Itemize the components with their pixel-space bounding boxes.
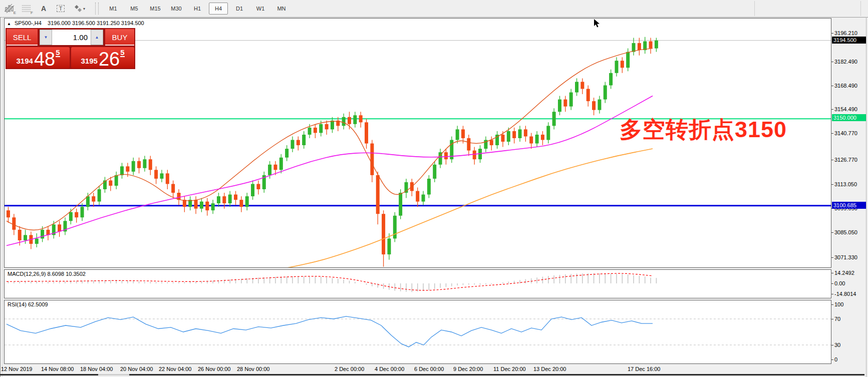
volume-decrease-button[interactable]: ▼ xyxy=(40,30,52,45)
time-axis-label: 11 Dec 20:00 xyxy=(493,366,526,372)
h-scrollbar-track[interactable] xyxy=(98,374,129,375)
price-axis-label: 3085.050 xyxy=(834,229,857,235)
rsi-line xyxy=(7,316,653,347)
time-axis-label: 9 Dec 20:00 xyxy=(453,366,483,372)
toolbar: E F A T ▾ M1M5M15M30H1H4D1W1MN xyxy=(0,0,868,18)
candle-body xyxy=(92,196,95,202)
main-chart-pane[interactable]: ▲ SP500-,H4 3196.000 3196.500 3191.250 3… xyxy=(4,18,831,268)
candle-body xyxy=(615,61,618,73)
candle-body xyxy=(217,196,220,203)
text-box-letter: T xyxy=(57,5,65,12)
candle-body xyxy=(604,85,607,99)
axis-tick xyxy=(831,184,833,185)
macd-pane[interactable]: MACD(12,26,9) 8.6098 10.3502 xyxy=(4,269,831,298)
chart-annotation-text: 多空转折点3150 xyxy=(620,115,787,145)
candle-body xyxy=(353,115,357,124)
candle-body xyxy=(143,159,146,168)
candle-body xyxy=(137,161,141,168)
timeframe-button-H4[interactable]: H4 xyxy=(209,3,228,15)
expert-advisors-icon[interactable]: E xyxy=(2,2,17,15)
price-tag: 3100.685 xyxy=(832,202,866,209)
price-axis-label: 3126.770 xyxy=(834,157,857,163)
candle-body xyxy=(279,158,283,170)
window-left-border xyxy=(0,17,1,377)
buy-price-tile[interactable]: 3195 26 5 xyxy=(71,47,134,68)
buy-button[interactable]: BUY xyxy=(105,29,134,46)
price-tag: 3194.500 xyxy=(832,37,866,44)
axis-tick xyxy=(831,133,833,134)
candle-body xyxy=(387,238,391,254)
timeframe-button-H1[interactable]: H1 xyxy=(188,3,207,15)
candle-body xyxy=(222,196,226,203)
sell-price-tile[interactable]: 3194 48 5 xyxy=(7,47,70,68)
candle-body xyxy=(649,42,653,49)
timeframe-button-MN[interactable]: MN xyxy=(272,3,291,15)
timeframe-group: M1M5M15M30H1H4D1W1MN xyxy=(103,3,292,15)
axis-tick xyxy=(831,33,833,34)
slow-ma-line xyxy=(275,149,653,267)
candle-body xyxy=(621,61,624,68)
h-scrollbar-thumb[interactable] xyxy=(129,374,864,375)
candle-body xyxy=(239,200,243,207)
time-axis-label: 12 Nov 2019 xyxy=(1,366,32,372)
candle-body xyxy=(211,203,215,210)
candle-body xyxy=(325,124,329,130)
candle-body xyxy=(200,202,203,209)
macd-axis-label: 14.2492 xyxy=(834,270,854,276)
timeframe-button-W1[interactable]: W1 xyxy=(251,3,270,15)
axis-tick xyxy=(831,160,833,160)
price-axis-label: 3154.490 xyxy=(834,106,857,112)
candle-body xyxy=(427,179,431,195)
axis-tick xyxy=(831,294,833,294)
candle-body xyxy=(268,165,271,175)
candle-body xyxy=(205,202,209,211)
timeframe-button-M30[interactable]: M30 xyxy=(167,3,186,15)
candle-body xyxy=(467,138,470,151)
axis-tick xyxy=(831,232,833,233)
sell-price-pips: 48 xyxy=(34,51,55,67)
candle-body xyxy=(120,166,124,175)
candle-body xyxy=(393,216,397,239)
candle-body xyxy=(302,135,306,145)
volume-input[interactable] xyxy=(52,30,91,45)
price-axis-label: 3071.330 xyxy=(834,254,857,260)
timeframe-button-D1[interactable]: D1 xyxy=(230,3,249,15)
rsi-axis-label: 100 xyxy=(834,301,843,307)
candle-body xyxy=(655,41,658,49)
toolbar-divider xyxy=(860,1,861,16)
timeframe-button-M5[interactable]: M5 xyxy=(125,3,144,15)
candle-body xyxy=(609,73,613,86)
candle-body xyxy=(75,212,78,218)
rsi-pane[interactable]: RSI(14) 62.5009 xyxy=(4,300,831,364)
sell-price-fraction: 5 xyxy=(56,49,60,57)
candle-body xyxy=(41,230,44,239)
collapse-arrow-icon[interactable]: ▲ xyxy=(7,22,11,26)
timeframe-button-M15[interactable]: M15 xyxy=(146,3,165,15)
time-axis-label: 14 Nov 08:00 xyxy=(41,366,74,372)
candle-body xyxy=(115,175,118,186)
h-scrollbar[interactable] xyxy=(0,374,98,375)
candle-body xyxy=(245,196,249,207)
candle-body xyxy=(194,200,198,209)
rsi-axis-label: 70 xyxy=(834,316,840,322)
macd-axis-label: -14.8014 xyxy=(834,291,856,297)
macd-indicator-label: MACD(12,26,9) 8.6098 10.3502 xyxy=(8,271,86,277)
sell-button[interactable]: SELL xyxy=(7,29,38,46)
candle-body xyxy=(444,152,448,159)
timeframe-button-M1[interactable]: M1 xyxy=(104,3,123,15)
candle-body xyxy=(552,112,556,126)
candle-body xyxy=(149,159,152,170)
price-tag: 3150.000 xyxy=(832,114,866,121)
axis-tick xyxy=(831,345,833,345)
candle-body xyxy=(160,173,163,179)
candle-body xyxy=(35,238,39,244)
data-grid-icon[interactable]: F xyxy=(19,2,34,15)
candle-body xyxy=(587,89,590,101)
text-label-icon[interactable]: A xyxy=(36,2,51,15)
candle-body xyxy=(382,214,385,254)
volume-increase-button[interactable]: ▲ xyxy=(91,30,103,45)
objects-dropdown-icon[interactable]: ▾ xyxy=(70,2,89,15)
candle-body xyxy=(81,207,84,217)
candle-body xyxy=(359,115,363,122)
text-box-icon[interactable]: T xyxy=(53,2,68,15)
